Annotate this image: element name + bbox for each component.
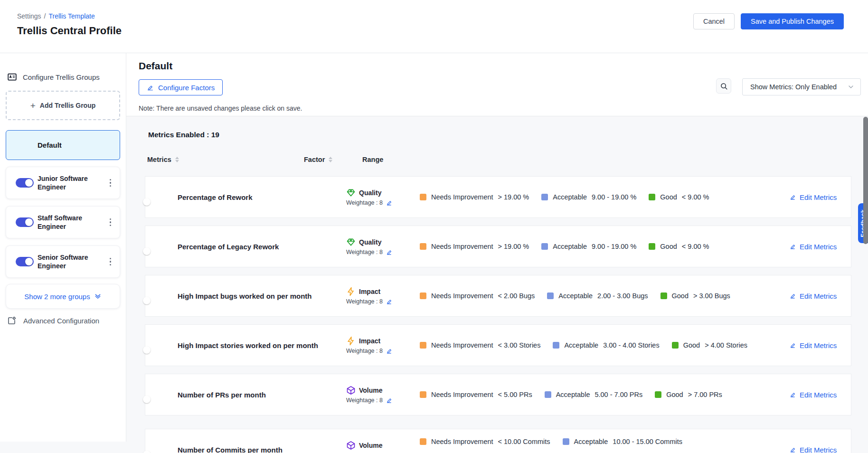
edit-weightage-icon[interactable]: [386, 298, 393, 305]
cancel-button[interactable]: Cancel: [693, 13, 735, 29]
metrics-enabled-count: Metrics Enabled : 19: [145, 131, 851, 139]
vertical-scrollbar[interactable]: [863, 117, 868, 244]
column-header-factor[interactable]: Factor: [304, 156, 362, 163]
group-toggle[interactable]: [16, 217, 34, 227]
factor-name: Quality: [359, 238, 381, 246]
unsaved-changes-note: Note: There are unsaved changes please c…: [139, 104, 868, 112]
range-chip: Acceptable5.00 - 7.00 PRs: [545, 391, 643, 398]
configure-factors-button[interactable]: Configure Factors: [139, 79, 223, 95]
range-label: Needs Improvement: [431, 292, 493, 300]
range-color-swatch: [541, 194, 548, 200]
sort-icon[interactable]: [329, 157, 332, 162]
metric-row: Percentage of ReworkQualityWeightage : 8…: [145, 176, 851, 218]
edit-weightage-icon[interactable]: [386, 348, 393, 354]
metric-row: High Impact stories worked on per monthI…: [145, 324, 851, 366]
breadcrumb-settings[interactable]: Settings: [17, 12, 41, 20]
range-label: Good: [666, 391, 683, 398]
range-chip: Acceptable2.00 - 3.00 Bugs: [547, 292, 648, 300]
group-card[interactable]: Senior Software Engineer: [6, 245, 120, 278]
range-chip: Needs Improvement< 3.00 Stories: [420, 341, 540, 349]
range-value: 3.00 - 4.00 Stories: [603, 341, 660, 349]
kebab-menu-icon[interactable]: [108, 217, 113, 228]
range-chip: Good> 7.00 PRs: [655, 391, 722, 398]
range-label: Needs Improvement: [431, 243, 493, 250]
range-value: > 7.00 PRs: [688, 391, 722, 398]
group-card[interactable]: Junior Software Engineer: [6, 167, 120, 199]
range-label: Acceptable: [553, 243, 587, 250]
plus-icon: +: [30, 101, 36, 110]
metric-name: Percentage of Legacy Rework: [178, 243, 346, 251]
bolt-icon: [346, 287, 356, 296]
range-color-swatch: [420, 194, 426, 200]
edit-weightage-icon[interactable]: [386, 397, 393, 404]
edit-metrics-link[interactable]: Edit Metrics: [784, 341, 851, 349]
range-color-swatch: [420, 342, 426, 349]
edit-metrics-link[interactable]: Edit Metrics: [784, 391, 851, 399]
edit-weightage-icon[interactable]: [386, 199, 393, 206]
factor-name: Volume: [359, 442, 383, 449]
range-color-swatch: [672, 342, 679, 349]
advanced-configuration-label: Advanced Configuration: [23, 317, 99, 325]
factor-cell: ImpactWeightage : 8: [346, 287, 420, 305]
range-chip: Good< 9.00 %: [649, 243, 709, 250]
metric-row: High Impact bugs worked on per monthImpa…: [145, 275, 851, 317]
edit-metrics-label: Edit Metrics: [800, 243, 837, 251]
range-value: < 5.00 PRs: [498, 391, 532, 398]
kebab-menu-icon[interactable]: [108, 177, 113, 189]
weightage-label: Weightage : 8: [346, 348, 383, 354]
range-color-swatch: [420, 293, 426, 299]
range-label: Acceptable: [564, 341, 598, 349]
weightage-label: Weightage : 8: [346, 249, 383, 255]
default-group-label: Default: [38, 141, 62, 149]
range-chip: Good> 4.00 Stories: [672, 341, 747, 349]
weightage-label: Weightage : 8: [346, 397, 383, 404]
kebab-menu-icon[interactable]: [108, 256, 113, 268]
page-header: Settings / Trellis Template Trellis Cent…: [0, 0, 868, 53]
edit-pencil-icon: [790, 342, 796, 349]
sort-icon[interactable]: [175, 157, 179, 162]
search-button[interactable]: [716, 78, 731, 94]
range-value: > 4.00 Stories: [705, 341, 747, 349]
sidebar-item-default[interactable]: Default: [6, 130, 120, 160]
edit-metrics-link[interactable]: Edit Metrics: [784, 193, 851, 201]
range-cell: Needs Improvement< 5.00 PRsAcceptable5.0…: [420, 391, 784, 398]
range-color-swatch: [420, 243, 426, 250]
range-cell: Needs Improvement< 10.00 CommitsAcceptab…: [420, 438, 784, 453]
metrics-table-area: Metrics Enabled : 19 Metrics Factor Rang…: [126, 116, 868, 453]
range-color-swatch: [420, 391, 426, 398]
add-trellis-group-button[interactable]: + Add Trellis Group: [6, 91, 120, 120]
range-label: Acceptable: [574, 438, 608, 445]
column-header-metrics[interactable]: Metrics: [147, 156, 304, 163]
range-chip: Needs Improvement> 19.00 %: [420, 243, 529, 250]
group-toggle[interactable]: [16, 257, 34, 266]
search-icon: [720, 82, 728, 90]
range-chip: Good> 3.00 Bugs: [660, 292, 730, 300]
breadcrumb-trellis-template[interactable]: Trellis Template: [48, 12, 94, 20]
range-value: > 19.00 %: [498, 193, 529, 201]
range-value: < 3.00 Stories: [498, 341, 541, 349]
edit-metrics-link[interactable]: Edit Metrics: [784, 243, 851, 251]
edit-pencil-icon: [790, 391, 796, 398]
edit-weightage-icon[interactable]: [386, 249, 393, 255]
metric-rows: Percentage of ReworkQualityWeightage : 8…: [145, 176, 851, 453]
show-metrics-dropdown[interactable]: Show Metrics: Only Enabled: [742, 78, 861, 95]
id-badge-icon: [7, 72, 18, 82]
edit-metrics-label: Edit Metrics: [800, 446, 837, 453]
metric-name: Number of PRs per month: [178, 391, 346, 399]
edit-metrics-link[interactable]: Edit Metrics: [784, 446, 851, 453]
range-cell: Needs Improvement< 2.00 BugsAcceptable2.…: [420, 292, 784, 300]
table-column-headers: Metrics Factor Range: [145, 156, 851, 163]
range-color-swatch: [545, 391, 551, 398]
content: Configure Trellis Groups + Add Trellis G…: [0, 53, 868, 453]
advanced-configuration-link[interactable]: Advanced Configuration: [6, 316, 120, 326]
advanced-configuration-icon: [7, 316, 17, 326]
show-more-groups-button[interactable]: Show 2 more groups: [6, 284, 120, 309]
range-chip: Acceptable10.00 - 15.00 Commits: [563, 438, 682, 445]
breadcrumb-separator: /: [44, 12, 46, 20]
cube-icon: [346, 441, 356, 450]
factor-name: Impact: [359, 337, 380, 345]
edit-metrics-link[interactable]: Edit Metrics: [784, 292, 851, 300]
group-toggle[interactable]: [16, 178, 34, 188]
group-card[interactable]: Staff Software Engineer: [6, 206, 120, 238]
save-and-publish-button[interactable]: Save and Publish Changes: [741, 13, 844, 29]
